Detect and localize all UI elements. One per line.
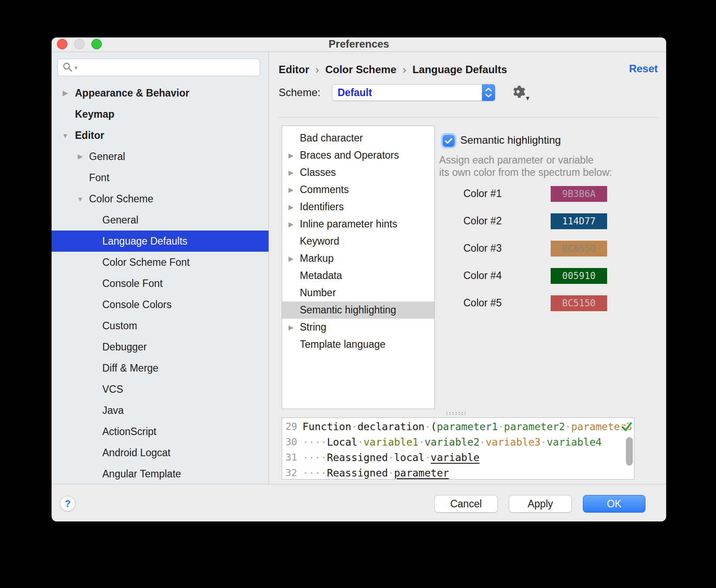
sidebar-item-actionscript[interactable]: ActionScript [52, 421, 268, 442]
select-stepper-icon[interactable] [482, 84, 495, 101]
section-item-number[interactable]: Number [282, 284, 434, 301]
whitespace-dots: · [351, 421, 358, 432]
section-item-inline-parameter-hints[interactable]: ▶Inline parameter hints [282, 216, 434, 233]
scheme-select[interactable]: Default [332, 84, 495, 101]
section-item-label: Identifiers [300, 201, 344, 213]
chevron-collapsed-icon[interactable]: ▶ [287, 324, 295, 331]
sidebar-item-language-defaults[interactable]: Language Defaults [52, 231, 268, 252]
sidebar-item-angular-template[interactable]: Angular Template [52, 463, 268, 484]
breadcrumb-item-language-defaults[interactable]: Language Defaults [412, 63, 507, 76]
code-token: parameter2 [504, 421, 565, 432]
color-label-1: Color #1 [463, 188, 502, 200]
chevron-collapsed-icon[interactable]: ▶ [287, 255, 295, 263]
color-swatch-3[interactable]: BC8650 [551, 241, 607, 257]
code-line-29: 29Function·declaration·(parameter1·param… [282, 419, 634, 434]
chevron-collapsed-icon[interactable]: ▶ [287, 220, 295, 228]
sidebar-item-general[interactable]: ▶General [52, 146, 268, 167]
cancel-button[interactable]: Cancel [434, 495, 498, 513]
section-item-comments[interactable]: ▶Comments [282, 181, 434, 198]
color-label-2: Color #2 [463, 215, 502, 227]
section-item-label: Inline parameter hints [300, 218, 397, 230]
whitespace-dots: · [498, 421, 504, 432]
line-number: 29 [282, 421, 302, 432]
color-swatch-2[interactable]: 114D77 [551, 213, 607, 229]
sidebar-item-label: Color Scheme Font [102, 257, 190, 268]
saved-checkmark-icon [620, 420, 633, 433]
search-input[interactable]: ▾ [57, 59, 260, 76]
sidebar-item-label: Diff & Merge [102, 362, 158, 374]
code-token: variable2 [425, 436, 480, 448]
sidebar-item-label: Font [89, 172, 109, 184]
help-button[interactable]: ? [60, 496, 75, 511]
chevron-collapsed-icon[interactable]: ▶ [76, 153, 85, 160]
chevron-collapsed-icon[interactable]: ▶ [287, 152, 295, 160]
sidebar-item-console-font[interactable]: Console Font [52, 273, 268, 294]
color-swatch-5[interactable]: BC5150 [551, 295, 607, 311]
breadcrumb: Editor›Color Scheme›Language Defaults [279, 62, 507, 78]
chevron-expanded-icon[interactable]: ▼ [76, 195, 85, 203]
sidebar-item-custom[interactable]: Custom [52, 315, 268, 336]
section-item-identifiers[interactable]: ▶Identifiers [282, 198, 434, 216]
code-line-30: 30····Local·variable1·variable2·variable… [282, 434, 634, 450]
section-item-semantic-highlighting[interactable]: Semantic highlighting [282, 301, 434, 319]
sidebar-item-label: Color Scheme [89, 193, 153, 205]
whitespace-dots: ···· [302, 467, 327, 479]
sidebar-item-vcs[interactable]: VCS [52, 379, 268, 400]
section-item-label: Number [300, 287, 336, 299]
chevron-collapsed-icon[interactable]: ▶ [287, 169, 295, 177]
preview-scrollbar[interactable] [626, 437, 633, 465]
whitespace-dots: · [418, 436, 425, 448]
sidebar-item-label: Debugger [102, 341, 147, 353]
breadcrumb-separator-icon: › [403, 63, 406, 76]
search-options-caret-icon[interactable]: ▾ [75, 64, 78, 71]
chevron-expanded-icon[interactable]: ▼ [61, 132, 70, 139]
ok-button[interactable]: OK [583, 495, 645, 513]
color-swatch-4[interactable]: 005910 [551, 268, 607, 284]
window-title: Preferences [52, 38, 666, 50]
section-item-classes[interactable]: ▶Classes [282, 164, 434, 181]
section-item-string[interactable]: ▶String [282, 319, 434, 336]
titlebar[interactable]: Preferences [52, 37, 666, 52]
sidebar-item-diff-merge[interactable]: Diff & Merge [52, 357, 268, 379]
breadcrumb-item-color-scheme[interactable]: Color Scheme [325, 63, 396, 76]
code-token: variable3 [485, 436, 541, 448]
section-item-markup[interactable]: ▶Markup [282, 250, 434, 267]
sidebar-item-general[interactable]: General [52, 209, 268, 231]
sidebar-item-label: General [89, 151, 125, 163]
semantic-highlighting-checkbox[interactable] [443, 135, 455, 147]
sidebar-item-color-scheme[interactable]: ▼Color Scheme [52, 188, 268, 209]
sidebar-item-font[interactable]: Font [52, 167, 268, 188]
code-token: variable1 [364, 436, 419, 448]
section-item-label: Markup [300, 253, 334, 264]
search-icon [62, 62, 74, 73]
splitter-gripper-icon[interactable] [445, 412, 466, 415]
sidebar-item-color-scheme-font[interactable]: Color Scheme Font [52, 252, 268, 273]
sidebar-item-java[interactable]: Java [52, 400, 268, 421]
section-item-bad-character[interactable]: Bad character [282, 130, 434, 147]
apply-button[interactable]: Apply [509, 495, 572, 513]
section-item-template-language[interactable]: Template language [282, 336, 434, 353]
section-item-keyword[interactable]: Keyword [282, 233, 434, 250]
whitespace-dots: · [425, 421, 431, 432]
scheme-actions-button[interactable]: ▾ [510, 84, 528, 101]
chevron-collapsed-icon[interactable]: ▶ [61, 89, 70, 97]
section-item-metadata[interactable]: Metadata [282, 267, 434, 284]
color-swatch-1[interactable]: 9B3B6A [551, 186, 607, 202]
color-label-3: Color #3 [463, 242, 502, 254]
section-item-braces-and-operators[interactable]: ▶Braces and Operators [282, 147, 434, 164]
sidebar-item-debugger[interactable]: Debugger [52, 336, 268, 357]
preferences-window: Preferences ▾ ▶Appearance & BehaviorKeym… [52, 37, 666, 521]
code-line-31: 31····Reassigned·local·variable [282, 450, 634, 465]
sidebar-item-console-colors[interactable]: Console Colors [52, 294, 268, 315]
sidebar-item-android-logcat[interactable]: Android Logcat [52, 442, 268, 463]
whitespace-dots: · [425, 452, 431, 463]
breadcrumb-item-editor[interactable]: Editor [279, 63, 309, 76]
reset-link[interactable]: Reset [629, 63, 658, 75]
sidebar-item-label: Language Defaults [102, 235, 187, 247]
sidebar-item-appearance-behavior[interactable]: ▶Appearance & Behavior [52, 82, 268, 104]
sidebar-item-keymap[interactable]: Keymap [52, 104, 268, 125]
chevron-collapsed-icon[interactable]: ▶ [287, 203, 295, 211]
sidebar-item-editor[interactable]: ▼Editor [52, 125, 268, 146]
whitespace-dots: · [480, 436, 486, 448]
chevron-collapsed-icon[interactable]: ▶ [287, 186, 295, 194]
